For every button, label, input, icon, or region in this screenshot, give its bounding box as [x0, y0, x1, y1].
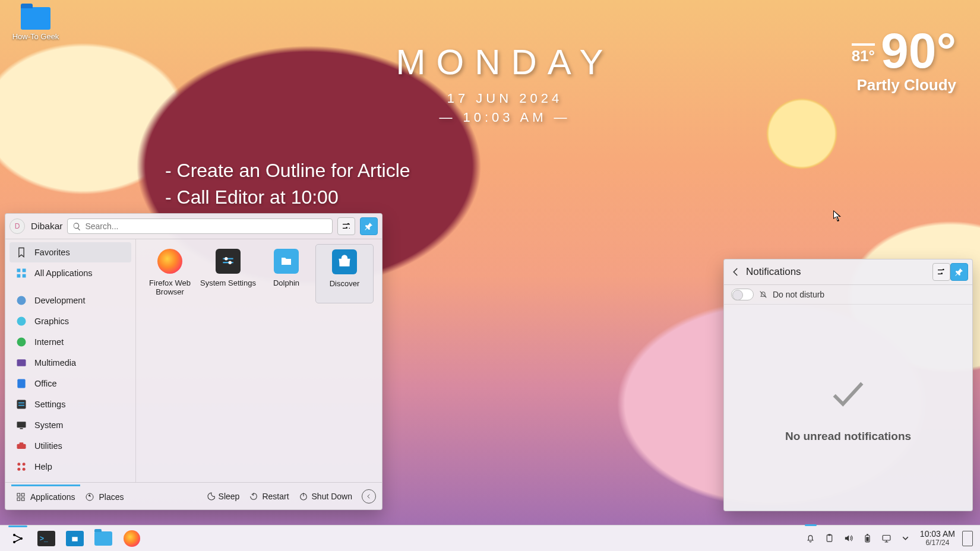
power-icon — [299, 492, 308, 501]
notifications-settings-button[interactable] — [932, 263, 950, 281]
tab-places[interactable]: Places — [80, 485, 129, 508]
app-launcher-panel: D Dibakar Favorites All Applications — [5, 213, 382, 510]
notifications-body: No unread notifications — [724, 305, 972, 511]
kde-logo-icon — [11, 531, 25, 546]
sidebar-item-office[interactable]: Office — [10, 373, 131, 394]
sidebar-item-label: Favorites — [34, 248, 70, 257]
search-field-wrap[interactable] — [67, 218, 333, 234]
action-label: Restart — [262, 492, 289, 501]
svg-rect-7 — [17, 359, 26, 366]
sidebar-item-utilities[interactable]: Utilities — [10, 436, 131, 456]
action-label: Sleep — [219, 492, 240, 501]
desktop-folder[interactable]: How-To Geek — [12, 7, 59, 41]
clock-time: — 10:03 AM — — [380, 110, 630, 125]
sidebar-item-multimedia[interactable]: Multimedia — [10, 353, 131, 373]
sidebar-item-label: Settings — [34, 400, 65, 409]
sidebar-item-label: Office — [34, 379, 57, 388]
tray-expand[interactable] — [899, 528, 913, 549]
notifications-header: Notifications — [724, 259, 972, 285]
chevron-left-icon — [731, 267, 741, 277]
sidebar-item-development[interactable]: Development — [10, 290, 131, 311]
svg-point-19 — [23, 468, 26, 471]
notes-widget: - Create an Outline for Article - Call E… — [165, 157, 410, 211]
svg-rect-8 — [17, 379, 25, 388]
tab-label: Places — [99, 492, 124, 502]
taskbar-konsole[interactable]: >_ — [33, 528, 59, 549]
sleep-icon — [206, 492, 215, 501]
show-desktop-button[interactable] — [962, 531, 973, 546]
firefox-icon — [124, 530, 140, 547]
svg-rect-40 — [867, 534, 868, 535]
pin-icon — [954, 267, 964, 277]
weather-temp: 90° — [881, 28, 956, 74]
taskbar-dolphin[interactable] — [90, 528, 116, 549]
discover-icon — [66, 531, 84, 546]
sidebar-item-all-apps[interactable]: All Applications — [10, 263, 131, 283]
sidebar-item-favorites[interactable]: Favorites — [10, 242, 131, 262]
sidebar-item-label: Graphics — [34, 316, 69, 326]
sidebar-item-label: System — [34, 420, 63, 430]
bookmark-icon — [15, 246, 27, 258]
folder-icon — [21, 7, 50, 30]
session-more-button[interactable] — [362, 489, 376, 504]
svg-rect-1 — [23, 269, 26, 273]
checkmark-icon — [827, 373, 869, 414]
sidebar-item-label: All Applications — [34, 268, 93, 278]
system-icon — [15, 419, 27, 431]
tab-applications[interactable]: Applications — [11, 485, 80, 508]
system-settings-icon — [216, 249, 241, 274]
dolphin-icon — [274, 249, 299, 274]
svg-rect-3 — [23, 274, 26, 278]
notes-line: - Call Editor at 10:00 — [165, 184, 410, 211]
app-tile-discover[interactable]: Discover — [315, 244, 374, 303]
sidebar-item-help[interactable]: Help — [10, 457, 131, 477]
tray-battery[interactable] — [861, 528, 875, 549]
sidebar-item-system[interactable]: System — [10, 415, 131, 435]
chevron-left-icon — [366, 493, 372, 499]
taskbar-date: 6/17/24 — [920, 539, 955, 547]
notifications-pin-button[interactable] — [950, 263, 968, 281]
tray-volume[interactable] — [842, 528, 856, 549]
taskbar-start-button[interactable] — [5, 528, 31, 549]
shutdown-button[interactable]: Shut Down — [294, 488, 357, 505]
help-icon — [15, 461, 27, 473]
taskbar-firefox[interactable] — [119, 528, 145, 549]
svg-rect-25 — [17, 493, 20, 496]
svg-rect-20 — [223, 258, 233, 259]
app-tile-dolphin[interactable]: Dolphin — [257, 244, 315, 303]
app-tile-label: System Settings — [200, 278, 256, 287]
svg-point-16 — [17, 463, 20, 466]
sidebar-item-graphics[interactable]: Graphics — [10, 311, 131, 331]
tray-clipboard[interactable] — [823, 528, 837, 549]
compass-icon — [85, 492, 94, 502]
tray-notifications[interactable] — [804, 528, 818, 549]
filter-button[interactable] — [337, 217, 355, 235]
svg-rect-42 — [883, 536, 890, 541]
taskbar-discover[interactable] — [62, 528, 88, 549]
taskbar-clock[interactable]: 10:03 AM 6/17/24 — [915, 530, 960, 547]
app-tile-firefox[interactable]: Firefox Web Browser — [141, 244, 199, 303]
back-button[interactable] — [728, 264, 744, 280]
sidebar-item-settings[interactable]: Settings — [10, 394, 131, 414]
svg-rect-14 — [17, 444, 26, 449]
svg-rect-0 — [17, 269, 21, 273]
tray-network[interactable] — [880, 528, 894, 549]
svg-rect-37 — [827, 535, 833, 542]
taskbar: >_ 10:03 AM 6/17/24 — [0, 525, 980, 551]
clock-widget: MONDAY 17 JUN 2024 — 10:03 AM — — [380, 42, 630, 125]
app-tile-system-settings[interactable]: System Settings — [199, 244, 257, 303]
svg-rect-28 — [21, 498, 24, 501]
utilities-icon — [15, 440, 27, 452]
search-input[interactable] — [85, 221, 327, 231]
user-avatar[interactable]: D — [10, 218, 25, 234]
sidebar-item-internet[interactable]: Internet — [10, 332, 131, 352]
discover-icon — [332, 249, 357, 274]
app-tile-label: Discover — [330, 279, 360, 288]
dnd-toggle[interactable] — [731, 289, 754, 300]
search-icon — [72, 222, 81, 231]
svg-rect-12 — [17, 422, 26, 428]
sleep-button[interactable]: Sleep — [201, 488, 245, 505]
pin-button[interactable] — [360, 217, 378, 235]
svg-rect-36 — [72, 537, 77, 541]
restart-button[interactable]: Restart — [244, 488, 293, 505]
